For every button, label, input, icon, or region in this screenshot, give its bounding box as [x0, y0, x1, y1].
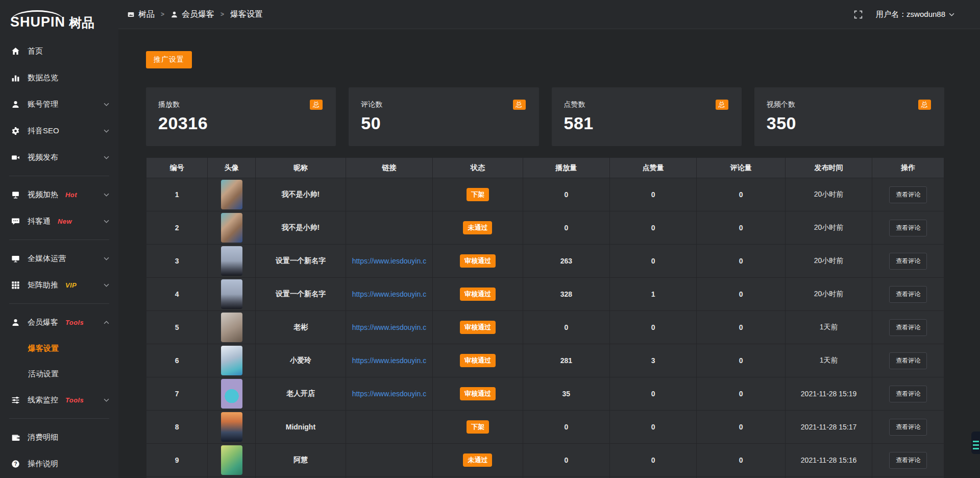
- view-comments-button[interactable]: 查看评论: [889, 220, 927, 236]
- stat-card: 评论数总50: [349, 87, 538, 146]
- cell-likes: 1: [610, 278, 697, 311]
- topbar-right: 用户名：zswodun88: [854, 10, 954, 19]
- cell-plays: 0: [523, 411, 609, 444]
- cell-publish-time: 2021-11-28 15:17: [785, 411, 872, 444]
- sidebar-item-douketong[interactable]: 抖客通New: [0, 208, 118, 234]
- avatar: [221, 213, 242, 243]
- avatar: [221, 379, 242, 409]
- sidebar-item-label: 矩阵助推: [28, 280, 58, 290]
- status-badge[interactable]: 未通过: [463, 453, 492, 467]
- video-link[interactable]: https://www.iesdouyin.c: [352, 290, 427, 298]
- status-badge[interactable]: 未通过: [463, 221, 492, 234]
- menu-badge: New: [58, 218, 72, 225]
- view-comments-button[interactable]: 查看评论: [889, 186, 927, 203]
- sidebar-item-label: 全媒体运营: [28, 254, 66, 264]
- sidebar-item-lead-monitor[interactable]: 线索监控Tools: [0, 387, 118, 413]
- cell-nickname: 设置一个新名字: [256, 278, 346, 311]
- video-link[interactable]: https://www.iesdouyin.c: [352, 356, 427, 365]
- svg-text:?: ?: [14, 461, 17, 466]
- table-row: 1我不是小帅!下架00020小时前查看评论: [146, 178, 944, 211]
- status-badge[interactable]: 审核通过: [460, 387, 496, 400]
- status-badge[interactable]: 审核通过: [460, 288, 496, 301]
- status-badge[interactable]: 下架: [467, 188, 489, 201]
- cell-actions: 查看评论: [872, 377, 944, 411]
- status-badge[interactable]: 审核通过: [460, 254, 496, 268]
- bar-chart-icon: [11, 74, 20, 82]
- status-badge[interactable]: 审核通过: [460, 321, 496, 334]
- sidebar-item-account-management[interactable]: 账号管理: [0, 91, 118, 117]
- view-comments-button[interactable]: 查看评论: [889, 253, 927, 270]
- table-row: 9阿慧未通过0002021-11-28 15:16查看评论: [146, 444, 944, 477]
- cell-nickname: 设置一个新名字: [256, 245, 346, 278]
- cell-actions: 查看评论: [872, 278, 944, 311]
- sidebar-item-data-overview[interactable]: 数据总览: [0, 64, 118, 91]
- cell-comments: 0: [697, 377, 785, 411]
- chevron-up-icon: [104, 321, 109, 324]
- sidebar-item-member-baoke[interactable]: 会员爆客Tools: [0, 309, 118, 336]
- sidebar-subitem-baoke-settings[interactable]: 爆客设置: [0, 336, 118, 361]
- stat-label: 评论数: [361, 100, 382, 109]
- view-comments-button[interactable]: 查看评论: [889, 286, 927, 303]
- stat-value: 50: [361, 113, 525, 133]
- column-header: 头像: [208, 158, 256, 178]
- cell-id: 6: [146, 344, 208, 377]
- view-comments-button[interactable]: 查看评论: [889, 419, 927, 436]
- table-wrap: 编号头像昵称链接状态播放量点赞量评论量发布时间操作 1我不是小帅!下架00020…: [146, 157, 944, 478]
- sidebar-item-label: 账号管理: [28, 100, 58, 109]
- cell-actions: 查看评论: [872, 311, 944, 344]
- app-icon: [127, 11, 135, 18]
- status-badge[interactable]: 审核通过: [460, 354, 496, 367]
- view-comments-button[interactable]: 查看评论: [889, 319, 927, 336]
- cell-comments: 0: [697, 211, 785, 245]
- sidebar-item-media-operation[interactable]: 全媒体运营: [0, 245, 118, 272]
- cell-publish-time: 2021-11-28 15:19: [785, 377, 872, 411]
- view-comments-button[interactable]: 查看评论: [889, 352, 927, 369]
- menu-divider: [9, 240, 109, 240]
- table-row: 7老人开店https://www.iesdouyin.c审核通过35002021…: [146, 377, 944, 411]
- content: 推广设置 播放数总20316评论数总50点赞数总581视频个数总350 编号头像…: [118, 29, 980, 478]
- sidebar-item-douyin-seo[interactable]: 抖音SEO: [0, 117, 118, 144]
- cell-plays: 0: [523, 311, 609, 344]
- video-link[interactable]: https://www.iesdouyin.c: [352, 390, 427, 398]
- avatar: [221, 412, 242, 442]
- grid-icon: [11, 281, 20, 290]
- status-badge[interactable]: 下架: [467, 420, 489, 434]
- breadcrumb-item-member-baoke[interactable]: 会员爆客: [170, 9, 214, 20]
- total-badge: 总: [310, 100, 323, 110]
- breadcrumb-item-baoke-settings: 爆客设置: [230, 9, 263, 20]
- sidebar-item-operation-guide[interactable]: ?操作说明: [0, 450, 118, 477]
- sidebar-subitem-activity-settings[interactable]: 活动设置: [0, 361, 118, 387]
- sidebar-item-video-publish[interactable]: 视频发布: [0, 144, 118, 171]
- sidebar-item-consumption-detail[interactable]: 消费明细: [0, 424, 118, 450]
- side-float-widget[interactable]: [971, 432, 980, 454]
- sidebar-item-video-heat[interactable]: 视频加热Hot: [0, 181, 118, 208]
- video-link[interactable]: https://www.iesdouyin.c: [352, 257, 427, 265]
- logo-text: SHUPIN: [10, 15, 65, 29]
- table-row: 4设置一个新名字https://www.iesdouyin.c审核通过32810…: [146, 278, 944, 311]
- video-link[interactable]: https://www.iesdouyin.c: [352, 323, 427, 331]
- promotion-settings-button[interactable]: 推广设置: [146, 51, 192, 68]
- cell-comments: 0: [697, 278, 785, 311]
- sidebar-item-label: 线索监控: [28, 395, 58, 405]
- sidebar-item-home[interactable]: 首页: [0, 38, 118, 64]
- cell-link: [346, 178, 432, 211]
- user-icon: [170, 11, 178, 18]
- cell-status: 审核通过: [433, 311, 523, 344]
- stat-value: 20316: [158, 113, 323, 133]
- column-header: 点赞量: [610, 158, 697, 178]
- table-row: 2我不是小帅!未通过00020小时前查看评论: [146, 211, 944, 245]
- view-comments-button[interactable]: 查看评论: [889, 386, 927, 402]
- brand-logo[interactable]: SHUPIN 树品: [0, 0, 118, 33]
- cell-avatar: [208, 444, 256, 477]
- cell-link: https://www.iesdouyin.c: [346, 377, 432, 411]
- view-comments-button[interactable]: 查看评论: [889, 452, 927, 469]
- breadcrumb-label: 会员爆客: [182, 9, 214, 20]
- sidebar-item-label: 操作说明: [28, 459, 58, 469]
- menu-divider: [9, 176, 109, 176]
- avatar: [221, 279, 242, 309]
- breadcrumb-item-shupin[interactable]: 树品: [127, 9, 155, 20]
- sidebar-item-matrix-boost[interactable]: 矩阵助推VIP: [0, 272, 118, 298]
- user-menu[interactable]: 用户名：zswodun88: [876, 10, 954, 19]
- fullscreen-icon[interactable]: [854, 10, 863, 19]
- cell-status: 下架: [433, 178, 523, 211]
